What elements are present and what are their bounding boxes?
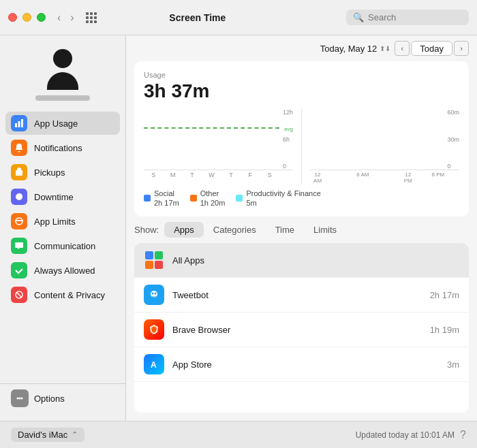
- usage-chart-container: Usage 3h 37m avg: [134, 61, 469, 217]
- appstore-time: 3m: [447, 359, 459, 370]
- app-usage-icon: [11, 115, 27, 131]
- sidebar-label-pickups: Pickups: [34, 167, 65, 178]
- bottom-bar: David's iMac ⌃ Updated today at 10:01 AM…: [0, 421, 477, 448]
- close-button[interactable]: [8, 13, 17, 22]
- tab-categories[interactable]: Categories: [204, 222, 266, 238]
- sidebar-item-pickups[interactable]: Pickups: [5, 161, 120, 184]
- user-section: [0, 44, 125, 112]
- options-icon: [11, 389, 29, 407]
- sidebar-label-notifications: Notifications: [34, 143, 82, 153]
- weekly-x-labels: S M T W T F S: [144, 172, 293, 178]
- sidebar-label-downtime: Downtime: [34, 192, 74, 202]
- daily-chart: 60m 30m 0 12 AM 6 AM 12 PM: [310, 109, 459, 184]
- date-arrows: ‹ Today ›: [395, 41, 469, 56]
- avg-line: [144, 127, 279, 129]
- appstore-label: App Store: [172, 359, 447, 370]
- tweetbot-icon: [144, 285, 164, 305]
- list-item-appstore[interactable]: A App Store 3m: [134, 347, 469, 382]
- brave-icon: [144, 319, 164, 340]
- device-name: David's iMac: [18, 430, 67, 440]
- minimize-button[interactable]: [22, 13, 31, 22]
- svg-point-10: [21, 398, 23, 400]
- daily-chart-area: 60m 30m 0: [310, 109, 459, 170]
- svg-line-7: [16, 292, 22, 298]
- sidebar-item-content-privacy[interactable]: Content & Privacy: [5, 283, 120, 306]
- next-date-button[interactable]: ›: [454, 41, 469, 56]
- sidebar-label-communication: Communication: [34, 241, 95, 251]
- weekly-chart-area: avg: [144, 109, 293, 170]
- charts-row: avg: [144, 109, 459, 184]
- date-label: Today, May 12 ⬆⬇: [320, 44, 391, 54]
- sidebar-item-communication[interactable]: Communication: [5, 234, 120, 257]
- window-title: Screen Time: [49, 12, 346, 23]
- content-privacy-icon: [11, 287, 27, 303]
- list-item-tweetbot[interactable]: Tweetbot 2h 17m: [134, 278, 469, 313]
- search-input[interactable]: [368, 12, 462, 22]
- device-selector[interactable]: David's iMac ⌃: [11, 428, 84, 442]
- show-tabs: Show: Apps Categories Time Limits: [126, 217, 477, 243]
- date-nav: Today, May 12 ⬆⬇ ‹ Today ›: [126, 35, 477, 61]
- list-item-all-apps[interactable]: All Apps: [134, 243, 469, 278]
- svg-text:A: A: [151, 360, 157, 370]
- legend-productivity: Productivity & Finance 5m: [236, 189, 320, 207]
- sidebar-item-app-usage[interactable]: App Usage: [5, 112, 120, 135]
- updated-text: Updated today at 10:01 AM: [90, 430, 455, 440]
- today-button[interactable]: Today: [411, 41, 452, 56]
- sidebar-label-app-limits: App Limits: [34, 217, 76, 227]
- weekly-chart: avg: [144, 109, 293, 184]
- svg-point-12: [152, 293, 154, 295]
- other-color-dot: [190, 195, 197, 202]
- brave-label: Brave Browser: [172, 325, 430, 335]
- daily-y-labels: 60m 30m 0: [447, 109, 459, 170]
- sidebar-label-content-privacy: Content & Privacy: [34, 290, 105, 300]
- sidebar-item-notifications[interactable]: Notifications: [5, 136, 120, 159]
- show-label: Show:: [134, 225, 159, 235]
- social-color-dot: [144, 195, 151, 202]
- communication-icon: [11, 238, 27, 254]
- svg-rect-2: [21, 119, 23, 127]
- svg-point-13: [155, 293, 157, 295]
- sidebar-label-always-allowed: Always Allowed: [34, 266, 95, 276]
- tab-limits[interactable]: Limits: [304, 222, 346, 238]
- all-apps-label: All Apps: [172, 255, 459, 266]
- svg-point-8: [17, 398, 19, 400]
- maximize-button[interactable]: [37, 13, 46, 22]
- tab-apps[interactable]: Apps: [164, 222, 204, 238]
- sidebar-item-app-limits[interactable]: App Limits: [5, 210, 120, 233]
- sidebar: App Usage Notifications Pickups: [0, 35, 126, 421]
- sidebar-item-downtime[interactable]: Downtime: [5, 185, 120, 208]
- tweetbot-label: Tweetbot: [172, 290, 430, 300]
- user-name-bar: [35, 95, 90, 101]
- always-allowed-icon: [11, 262, 27, 278]
- prev-date-button[interactable]: ‹: [395, 41, 410, 56]
- usage-label: Usage: [144, 71, 459, 79]
- brave-time: 1h 19m: [430, 325, 459, 335]
- appstore-icon: A: [144, 354, 164, 374]
- usage-time: 3h 37m: [144, 80, 459, 102]
- all-apps-icon: [144, 250, 164, 270]
- tab-time[interactable]: Time: [266, 222, 304, 238]
- svg-rect-3: [16, 170, 22, 176]
- sidebar-options[interactable]: Options: [0, 383, 125, 413]
- app-list: All Apps Tweetbot 2h 17m: [134, 243, 469, 413]
- sidebar-label-app-usage: App Usage: [34, 118, 78, 129]
- list-item-brave[interactable]: Brave Browser 1h 19m: [134, 313, 469, 347]
- avatar: [42, 49, 83, 90]
- main-layout: App Usage Notifications Pickups: [0, 35, 477, 421]
- all-apps-grid: [145, 251, 163, 269]
- search-box[interactable]: 🔍: [346, 10, 469, 25]
- chart-legend: Social 2h 17m Other 1h 20m Productivity …: [144, 189, 459, 207]
- content-area: Today, May 12 ⬆⬇ ‹ Today › Usage 3h 37m …: [126, 35, 477, 421]
- tweetbot-time: 2h 17m: [430, 290, 459, 300]
- sidebar-item-always-allowed[interactable]: Always Allowed: [5, 259, 120, 282]
- help-button[interactable]: ?: [460, 429, 466, 441]
- svg-point-11: [151, 291, 157, 298]
- svg-rect-0: [15, 123, 17, 127]
- legend-other: Other 1h 20m: [190, 189, 226, 207]
- search-icon: 🔍: [353, 12, 364, 22]
- svg-rect-1: [18, 121, 20, 127]
- notifications-icon: [11, 140, 27, 156]
- weekly-y-labels: 12h 6h 0: [283, 109, 293, 170]
- daily-x-labels: 12 AM 6 AM 12 PM 6 PM: [310, 172, 459, 184]
- avatar-body: [47, 72, 78, 90]
